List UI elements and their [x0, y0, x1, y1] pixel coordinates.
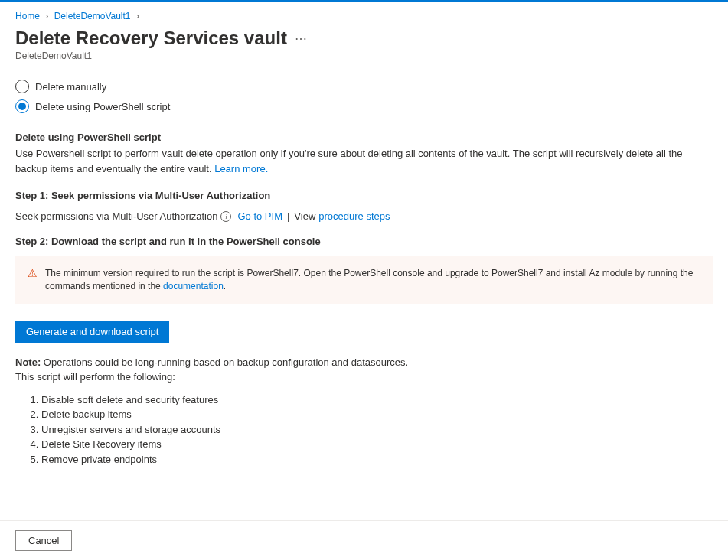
page-title: Delete Recovery Services vault [15, 28, 287, 49]
warning-text-pre: The minimum version required to run the … [45, 268, 693, 291]
warning-text: The minimum version required to run the … [45, 267, 700, 293]
goto-pim-link[interactable]: Go to PIM [237, 210, 282, 222]
info-icon[interactable]: i [220, 211, 231, 222]
warning-banner: ⚠ The minimum version required to run th… [15, 256, 713, 304]
breadcrumb-home[interactable]: Home [15, 11, 40, 21]
more-icon[interactable]: ⋯ [295, 31, 308, 46]
list-item: Delete Site Recovery items [41, 437, 713, 452]
radio-label-manual: Delete manually [35, 81, 106, 93]
chevron-right-icon: › [136, 11, 139, 21]
view-label: View [294, 210, 315, 222]
list-item: Delete backup items [41, 407, 713, 422]
warning-text-post: . [224, 281, 226, 291]
step2-heading: Step 2: Download the script and run it i… [15, 236, 713, 247]
radio-delete-manually[interactable]: Delete manually [15, 80, 713, 93]
step1-text: Seek permissions via Multi-User Authoriz… [15, 210, 217, 222]
cancel-button[interactable]: Cancel [15, 530, 72, 551]
procedure-steps-link[interactable]: procedure steps [318, 210, 390, 222]
list-item: Remove private endpoints [41, 452, 713, 467]
chevron-right-icon: › [45, 11, 48, 21]
note-label: Note: [15, 357, 41, 368]
warning-icon: ⚠ [28, 267, 38, 279]
step1-row: Seek permissions via Multi-User Authoriz… [15, 210, 713, 222]
radio-label-powershell: Delete using PowerShell script [35, 101, 170, 112]
delete-method-radio-group: Delete manually Delete using PowerShell … [15, 80, 713, 113]
operations-list: Disable soft delete and security feature… [41, 392, 713, 467]
note-followup: This script will perform the following: [15, 371, 175, 383]
step1-heading: Step 1: Seek permissions via Multi-User … [15, 190, 713, 201]
breadcrumb-vault[interactable]: DeleteDemoVault1 [54, 11, 131, 21]
list-item: Unregister servers and storage accounts [41, 422, 713, 438]
section-desc-text: Use Powershell script to perform vault d… [15, 148, 683, 174]
note-text: Operations could be long-running based o… [41, 357, 408, 368]
section-description: Use Powershell script to perform vault d… [15, 146, 713, 176]
radio-delete-powershell[interactable]: Delete using PowerShell script [15, 99, 713, 113]
footer-bar: Cancel [0, 520, 728, 560]
note-block: Note: Operations could be long-running b… [15, 355, 713, 385]
list-item: Disable soft delete and security feature… [41, 392, 713, 408]
separator: | [287, 210, 289, 222]
generate-download-button[interactable]: Generate and download script [15, 321, 169, 343]
section-heading-powershell: Delete using PowerShell script [15, 132, 713, 143]
documentation-link[interactable]: documentation [163, 281, 224, 291]
page-subtitle: DeleteDemoVault1 [15, 50, 713, 61]
breadcrumb: Home › DeleteDemoVault1 › [15, 11, 713, 21]
radio-icon [15, 80, 29, 93]
learn-more-link[interactable]: Learn more. [214, 163, 268, 174]
radio-icon-selected [15, 99, 29, 113]
